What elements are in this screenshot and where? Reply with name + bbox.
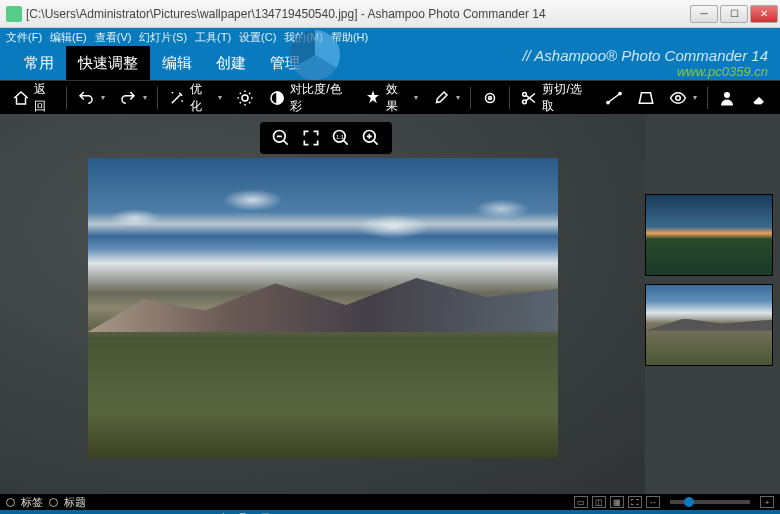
title-label: 标题 <box>64 495 86 510</box>
eye-button[interactable]: ▾ <box>663 85 703 111</box>
tab-quick-adjust[interactable]: 快速调整 <box>66 46 150 80</box>
effects-label: 效果 <box>386 81 408 115</box>
workspace: 1:1 <box>0 114 780 494</box>
menu-slideshow[interactable]: 幻灯片(S) <box>139 30 187 45</box>
tab-common[interactable]: 常用 <box>12 46 66 80</box>
tag-label: 标签 <box>21 495 43 510</box>
perspective-icon <box>637 89 655 107</box>
redo-icon <box>119 89 137 107</box>
tab-edit[interactable]: 编辑 <box>150 46 204 80</box>
menu-edit[interactable]: 编辑(E) <box>50 30 87 45</box>
svg-point-0 <box>242 95 248 101</box>
maximize-button[interactable]: ☐ <box>720 5 748 23</box>
wand-icon <box>168 89 186 107</box>
zoom-toolbar: 1:1 <box>260 122 392 154</box>
status-bar: 2560x1600x24 -> 22% 1.04 MB 2013年5月24日，3… <box>0 510 780 514</box>
redeye-button[interactable] <box>475 85 505 111</box>
scissors-icon <box>520 89 538 107</box>
minimize-button[interactable]: ─ <box>690 5 718 23</box>
svg-point-3 <box>489 96 492 99</box>
toolbar: 返回 ▾ ▾ 优化▾ 对比度/色彩 效果▾ ▾ 剪切/选取 ▾ <box>0 80 780 114</box>
svg-point-8 <box>676 95 681 100</box>
svg-point-7 <box>619 92 621 94</box>
brand-label: // Ashampoo® Photo Commander 14 www.pc03… <box>522 47 768 79</box>
contrast-icon <box>268 89 286 107</box>
erase-icon <box>750 89 768 107</box>
brush-icon <box>432 89 450 107</box>
redo-button[interactable]: ▾ <box>113 85 153 111</box>
view-mode-3[interactable]: ▦ <box>610 496 624 508</box>
crop-label: 剪切/选取 <box>542 81 591 115</box>
next-thumbnail[interactable] <box>645 284 773 366</box>
contrast-label: 对比度/色彩 <box>290 81 350 115</box>
tab-manage[interactable]: 管理 <box>258 46 312 80</box>
star-icon <box>364 89 382 107</box>
home-icon <box>12 89 30 107</box>
zoom-slider[interactable] <box>670 500 750 504</box>
effects-button[interactable]: 效果▾ <box>358 77 424 119</box>
redeye-icon <box>481 89 499 107</box>
crop-button[interactable]: 剪切/选取 <box>514 77 597 119</box>
tab-create[interactable]: 创建 <box>204 46 258 80</box>
actual-size-button[interactable]: 1:1 <box>330 127 352 149</box>
optimize-label: 优化 <box>190 81 212 115</box>
side-panel <box>645 114 780 494</box>
menu-tools[interactable]: 工具(T) <box>195 30 231 45</box>
svg-point-4 <box>523 92 527 96</box>
person-icon <box>718 89 736 107</box>
straighten-icon <box>605 89 623 107</box>
svg-point-5 <box>523 99 527 103</box>
brush-button[interactable]: ▾ <box>426 85 466 111</box>
tag-radio[interactable] <box>6 498 15 507</box>
close-button[interactable]: ✕ <box>750 5 778 23</box>
brand-text: // Ashampoo® Photo Commander 14 <box>522 47 768 64</box>
fit-screen-button[interactable] <box>300 127 322 149</box>
straighten-button[interactable] <box>599 85 629 111</box>
main-tabs: 常用 快速调整 编辑 创建 管理 <box>12 46 312 80</box>
optimize-button[interactable]: 优化▾ <box>162 77 228 119</box>
menu-file[interactable]: 文件(F) <box>6 30 42 45</box>
menu-my[interactable]: 我的(M) <box>284 30 323 45</box>
window-titlebar: [C:\Users\Administrator\Pictures\wallpap… <box>0 0 780 28</box>
menu-view[interactable]: 查看(V) <box>95 30 132 45</box>
view-mode-4[interactable]: ⛶ <box>628 496 642 508</box>
menu-settings[interactable]: 设置(C) <box>239 30 276 45</box>
back-button[interactable]: 返回 <box>6 77 62 119</box>
brand-row: 常用 快速调整 编辑 创建 管理 // Ashampoo® Photo Comm… <box>0 46 780 80</box>
view-mode-5[interactable]: ↔ <box>646 496 660 508</box>
back-label: 返回 <box>34 81 56 115</box>
person-button[interactable] <box>712 85 742 111</box>
erase-button[interactable] <box>744 85 774 111</box>
app-icon <box>6 6 22 22</box>
window-controls: ─ ☐ ✕ <box>690 5 778 23</box>
menu-bar: 文件(F) 编辑(E) 查看(V) 幻灯片(S) 工具(T) 设置(C) 我的(… <box>0 28 780 46</box>
svg-text:1:1: 1:1 <box>336 134 344 140</box>
view-mode-2[interactable]: ◫ <box>592 496 606 508</box>
brightness-icon <box>236 89 254 107</box>
eye-icon <box>669 89 687 107</box>
prev-thumbnail[interactable] <box>645 194 773 276</box>
zoom-in-button[interactable] <box>360 127 382 149</box>
svg-point-6 <box>607 101 609 103</box>
current-photo <box>88 158 558 458</box>
brightness-button[interactable] <box>230 85 260 111</box>
undo-button[interactable]: ▾ <box>71 85 111 111</box>
menu-help[interactable]: 帮助(H) <box>331 30 368 45</box>
main-view[interactable]: 1:1 <box>0 114 645 494</box>
contrast-button[interactable]: 对比度/色彩 <box>262 77 356 119</box>
perspective-button[interactable] <box>631 85 661 111</box>
undo-icon <box>77 89 95 107</box>
view-mode-1[interactable]: ▭ <box>574 496 588 508</box>
zoom-plus[interactable]: + <box>760 496 774 508</box>
zoom-out-button[interactable] <box>270 127 292 149</box>
status-date: 2013年5月24日，3:17:12 <box>195 511 319 515</box>
title-radio[interactable] <box>49 498 58 507</box>
tag-bar: 标签 标题 ▭ ◫ ▦ ⛶ ↔ + <box>0 494 780 510</box>
svg-point-9 <box>724 92 730 98</box>
window-title: [C:\Users\Administrator\Pictures\wallpap… <box>26 7 690 21</box>
